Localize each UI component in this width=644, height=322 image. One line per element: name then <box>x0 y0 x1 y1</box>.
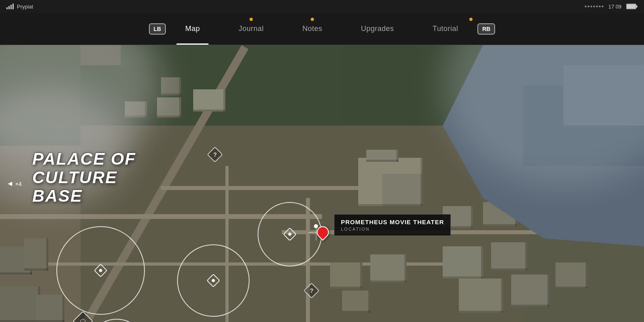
tab-journal[interactable]: Journal <box>219 13 283 45</box>
location-label: Prypiat <box>17 4 33 10</box>
tab-notes-wrapper: Notes <box>283 13 342 45</box>
tab-journal-wrapper: Journal <box>219 13 283 45</box>
circle-center-icon <box>283 227 297 241</box>
pin-head-icon <box>314 224 331 241</box>
status-left: Prypiat <box>6 4 33 10</box>
tab-upgrades-wrapper: Upgrades <box>342 13 413 45</box>
tab-tutorial-wrapper: Tutorial <box>413 13 477 45</box>
tooltip-title: PROMETHEUS MOVIE THEATER <box>341 219 444 225</box>
location-tooltip: PROMETHEUS MOVIE THEATER LOCATION <box>334 214 451 236</box>
tab-map[interactable]: Map <box>166 13 219 45</box>
signal-icon <box>6 4 14 9</box>
palace-icon <box>94 264 107 277</box>
tab-map-wrapper: Map <box>166 13 219 45</box>
battery-icon <box>626 4 638 9</box>
tab-upgrades[interactable]: Upgrades <box>342 13 413 45</box>
zoom-indicator: ◄ ×4 <box>6 180 22 188</box>
circle-center-left[interactable] <box>177 244 250 317</box>
tab-notes[interactable]: Notes <box>283 13 342 45</box>
nav-bar: LB Map Journal Notes Upgrades Tutorial R… <box>0 13 644 45</box>
status-bar: Prypiat 17 09 <box>0 0 644 13</box>
lb-button[interactable]: LB <box>149 23 166 35</box>
dots-icon <box>585 6 603 7</box>
status-right: 17 09 <box>585 4 638 10</box>
zone-name-label: PALACE OF CULTURE BASE <box>32 150 136 206</box>
palace-circle[interactable] <box>56 226 145 315</box>
time-display: 17 09 <box>608 4 621 10</box>
red-pin[interactable] <box>317 226 329 238</box>
tab-tutorial[interactable]: Tutorial <box>413 13 477 45</box>
circle-center-left-icon <box>206 274 220 287</box>
map-container[interactable]: PALACE OF CULTURE BASE ◄ ×4 ⬡ ? ? <box>0 45 644 322</box>
svg-rect-2 <box>636 5 638 8</box>
tooltip-subtitle: LOCATION <box>341 227 444 231</box>
rb-button[interactable]: RB <box>477 23 495 35</box>
svg-rect-1 <box>627 4 636 8</box>
